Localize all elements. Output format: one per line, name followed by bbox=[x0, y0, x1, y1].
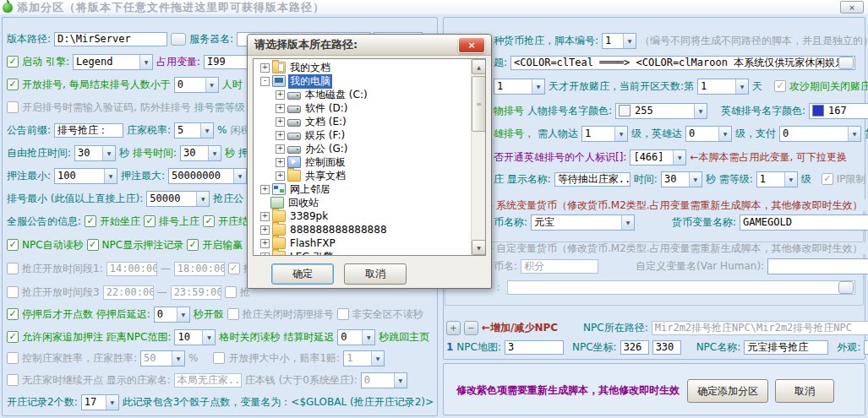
tree-item[interactable]: 回收站 bbox=[254, 196, 485, 209]
ip-limit-checkbox[interactable] bbox=[822, 173, 833, 185]
expand-icon[interactable]: + bbox=[276, 117, 285, 127]
scrollbar-thumb[interactable]: ≡ bbox=[472, 76, 486, 132]
add-bet-checkbox[interactable] bbox=[7, 331, 19, 343]
time-slot3-checkbox[interactable] bbox=[7, 286, 19, 298]
tree-item-label[interactable]: 888888888888888 bbox=[288, 224, 389, 236]
window-close-button[interactable]: × bbox=[840, 1, 864, 14]
scroll-up-icon[interactable]: ▲ bbox=[472, 59, 486, 74]
npc-map-input[interactable]: 3 bbox=[505, 340, 564, 355]
bet-min-select[interactable]: 100▼ bbox=[54, 168, 117, 184]
prefix-input[interactable]: 排号抢庄： bbox=[54, 123, 123, 138]
expand-icon[interactable]: + bbox=[276, 90, 285, 100]
current-day-select[interactable]: 1▼ bbox=[697, 79, 749, 95]
level-need-select[interactable]: 1▼ bbox=[756, 171, 798, 187]
tree-item-label[interactable]: FlashFXP bbox=[288, 237, 337, 249]
unsafe-zone-checkbox[interactable] bbox=[337, 308, 349, 320]
expand-icon[interactable]: + bbox=[260, 212, 270, 221]
tree-item-label[interactable]: 共享文档 bbox=[303, 169, 347, 183]
tree-item[interactable]: +网上邻居 bbox=[254, 182, 485, 196]
stop-bet-checkbox[interactable] bbox=[7, 308, 19, 320]
tree-item-label[interactable]: LEG 引擎 bbox=[288, 250, 335, 257]
tree-item-label[interactable]: 3389pk bbox=[288, 210, 330, 222]
npc-range-select[interactable]: 10▼ bbox=[174, 329, 216, 345]
currency-name-select[interactable]: 元宝▼ bbox=[531, 214, 635, 231]
time-slot3-to-input[interactable]: 23:59:00 bbox=[171, 285, 221, 300]
display-name-input[interactable]: 等待抽出庄家.. bbox=[554, 172, 631, 187]
bet-max-select[interactable]: 50000000▼ bbox=[168, 168, 247, 184]
expand-icon[interactable]: + bbox=[276, 131, 285, 140]
time-select[interactable]: 30▼ bbox=[661, 171, 702, 187]
tree-item-label[interactable]: 控制面板 bbox=[303, 155, 347, 170]
confirm-add-partition-button[interactable]: 确定添加分区 bbox=[687, 379, 768, 403]
scroll-down-icon[interactable]: ▼ bbox=[472, 240, 486, 255]
tree-item[interactable]: +我的文档 bbox=[254, 61, 485, 74]
npc-path-input[interactable]: Mir2m2排号抢庄NPC\Mir2m2排号抢庄NPC bbox=[652, 321, 868, 335]
cancel-button[interactable]: 取消 bbox=[775, 379, 834, 403]
win-rate-select[interactable]: 50▼ bbox=[140, 350, 185, 366]
notice-title-input[interactable]: <COLOR=clTeal ════> <COLOR=clMaroon 本系统仅… bbox=[510, 56, 855, 70]
npc-countdown-checkbox[interactable] bbox=[7, 239, 19, 251]
big-small-checkbox[interactable] bbox=[213, 352, 225, 364]
time-slot1-to-input[interactable]: 18:00:00 bbox=[174, 262, 225, 276]
no-banker-checkbox[interactable] bbox=[7, 374, 19, 386]
expand-icon[interactable]: + bbox=[276, 171, 285, 181]
expand-icon[interactable]: + bbox=[260, 63, 270, 73]
time-slot1-checkbox[interactable] bbox=[7, 263, 19, 274]
sabak-close-checkbox[interactable] bbox=[774, 80, 786, 92]
tree-item[interactable]: -我的电脑 bbox=[254, 74, 485, 88]
tree-item[interactable]: +软件 (D:) bbox=[254, 101, 485, 115]
browse-button[interactable] bbox=[171, 33, 186, 46]
tree-item[interactable]: +办公 (G:) bbox=[254, 142, 485, 155]
expand-icon[interactable]: + bbox=[276, 104, 285, 113]
clear-number-checkbox[interactable] bbox=[227, 308, 239, 320]
expand-icon[interactable]: + bbox=[276, 158, 285, 167]
open-number-checkbox[interactable] bbox=[7, 79, 19, 90]
tree-item-label[interactable]: 办公 (G:) bbox=[303, 142, 350, 156]
pay-select[interactable]: 0▼ bbox=[779, 126, 861, 142]
hero-level-select[interactable]: 0▼ bbox=[685, 126, 732, 142]
tree-item-label[interactable]: 我的文档 bbox=[288, 61, 332, 75]
record-select[interactable]: 17▼ bbox=[81, 394, 119, 410]
npc-show-bets-checkbox[interactable] bbox=[87, 239, 99, 251]
engine-select[interactable]: Legend▼ bbox=[73, 54, 153, 70]
time-slot2-checkbox[interactable] bbox=[228, 263, 240, 274]
time-slot4-checkbox[interactable] bbox=[225, 286, 237, 298]
no-banker-name-input[interactable]: 本局无庄家.. bbox=[174, 373, 242, 388]
collapse-icon[interactable]: - bbox=[260, 77, 270, 86]
tree-item[interactable]: +3389pk bbox=[254, 209, 485, 223]
custom-name-input[interactable]: 积分 bbox=[521, 259, 598, 274]
tree-item[interactable]: +娱乐 (F:) bbox=[254, 128, 485, 142]
free-grab-select[interactable]: 30▼ bbox=[74, 145, 116, 161]
tree-item[interactable]: +LEG 引擎 bbox=[254, 250, 485, 256]
odds-select[interactable]: 1▼ bbox=[343, 350, 385, 366]
dialog-close-button[interactable]: × bbox=[458, 37, 485, 53]
dialog-ok-button[interactable]: 确定 bbox=[271, 263, 334, 285]
open-day-select[interactable]: 1▼ bbox=[494, 79, 545, 95]
tree-item-label[interactable]: 娱乐 (F:) bbox=[303, 128, 347, 143]
char-level-select[interactable]: 1▼ bbox=[581, 126, 628, 142]
hero-color-select[interactable]: 167▼ bbox=[809, 103, 868, 119]
stop-bet-delay-select[interactable]: 0▼ bbox=[154, 307, 190, 323]
tree-scrollbar[interactable]: ▲ ≡ ▼ bbox=[471, 59, 485, 255]
winlose-checkbox[interactable] bbox=[187, 239, 199, 251]
script-id-select[interactable]: 1▼ bbox=[602, 33, 636, 49]
number-time-select[interactable]: 30▼ bbox=[180, 145, 221, 161]
time-slot1-from-input[interactable]: 14:00:00 bbox=[106, 262, 157, 276]
npc-x-input[interactable]: 326 bbox=[620, 340, 649, 355]
broadcast-number-checkbox[interactable] bbox=[144, 215, 156, 227]
custom-extra-input[interactable] bbox=[507, 280, 855, 295]
captcha-checkbox[interactable] bbox=[7, 101, 19, 113]
add-npc-button[interactable]: + bbox=[446, 321, 461, 335]
settle-delay-select[interactable]: 0▼ bbox=[337, 329, 375, 345]
expand-icon[interactable]: + bbox=[260, 185, 270, 194]
tree-item-label[interactable]: 软件 (D:) bbox=[303, 101, 349, 116]
tree-item[interactable]: +888888888888888 bbox=[254, 223, 485, 236]
min-player-select[interactable]: 0▼ bbox=[174, 77, 219, 93]
tree-item-label[interactable]: 回收站 bbox=[287, 196, 320, 210]
notice-title-browse-button[interactable] bbox=[838, 57, 854, 69]
tree-item[interactable]: +共享文档 bbox=[254, 169, 485, 182]
banker-tax-select[interactable]: 5▼ bbox=[174, 122, 214, 138]
npc-look-input[interactable]: 12 bbox=[864, 340, 868, 355]
tree-item[interactable]: +控制面板 bbox=[254, 155, 485, 169]
tree-item-label[interactable]: 文档 (E:) bbox=[303, 115, 348, 129]
